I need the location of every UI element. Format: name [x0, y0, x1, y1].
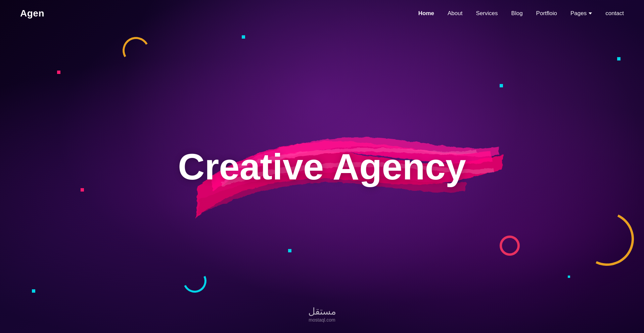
decorative-dot	[57, 71, 60, 74]
nav-item-about[interactable]: About	[448, 10, 462, 17]
nav-link-pages[interactable]: Pages	[570, 10, 592, 17]
nav-link-blog[interactable]: Blog	[511, 10, 523, 16]
decorative-dot	[242, 35, 245, 39]
watermark-url: mostaql.com	[309, 317, 335, 323]
nav-menu: Home About Services Blog Portfloio Pages	[418, 10, 624, 17]
site-logo[interactable]: Agen	[20, 8, 44, 19]
hero-title: Creative Agency	[178, 148, 466, 185]
nav-item-services[interactable]: Services	[476, 10, 498, 17]
chevron-down-icon	[589, 12, 592, 14]
decorative-dot	[500, 84, 503, 87]
decorative-dot	[288, 249, 291, 252]
decorative-circle-pink-bottomright	[500, 236, 520, 256]
hero-content: Creative Agency	[178, 148, 466, 185]
nav-link-about[interactable]: About	[448, 10, 462, 16]
nav-link-services[interactable]: Services	[476, 10, 498, 16]
nav-item-portfolio[interactable]: Portfloio	[536, 10, 557, 17]
nav-item-blog[interactable]: Blog	[511, 10, 523, 17]
decorative-dot	[568, 276, 570, 278]
nav-item-home[interactable]: Home	[418, 10, 434, 17]
watermark-arabic-text: مستقل	[308, 306, 336, 317]
nav-link-home[interactable]: Home	[418, 10, 434, 16]
decorative-dot	[32, 289, 35, 293]
navbar: Agen Home About Services Blog Portfloio …	[0, 0, 644, 27]
nav-link-portfolio[interactable]: Portfloio	[536, 10, 557, 16]
decorative-dot	[81, 188, 84, 192]
watermark: مستقل mostaql.com	[308, 306, 336, 323]
nav-item-contact[interactable]: contact	[605, 10, 624, 17]
nav-link-contact[interactable]: contact	[605, 10, 624, 16]
nav-item-pages[interactable]: Pages	[570, 10, 592, 17]
decorative-dot	[617, 57, 620, 60]
hero-section: Agen Home About Services Blog Portfloio …	[0, 0, 644, 333]
